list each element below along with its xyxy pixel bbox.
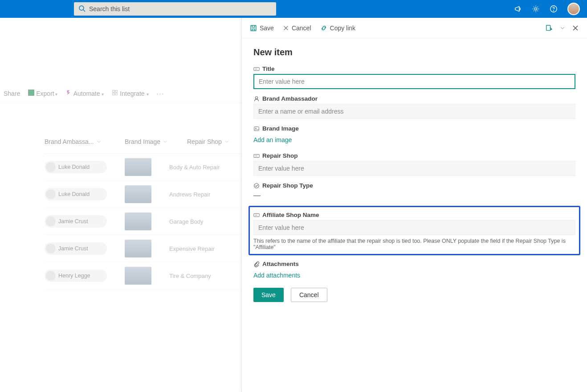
image-thumb: [125, 212, 151, 230]
col-shop[interactable]: Repair Shop: [187, 138, 241, 145]
person-pill: Luke Donald: [45, 161, 107, 173]
text-field-icon: [253, 212, 260, 218]
repair-shop-cell: Andrews Repair: [169, 191, 223, 198]
table-row[interactable]: Luke DonaldBody & Auto Repair: [45, 154, 241, 181]
image-thumb: [125, 185, 151, 203]
table-row[interactable]: Luke DonaldAndrews Repair: [45, 181, 241, 208]
text-field-icon: [253, 153, 260, 159]
image-thumb: [125, 158, 151, 176]
table-row[interactable]: Jamie CrustGarage Body: [45, 208, 241, 235]
excel-icon: [28, 90, 34, 96]
search-input[interactable]: [74, 2, 276, 16]
image-thumb: [125, 267, 151, 285]
form-buttons: Save Cancel: [253, 288, 575, 302]
more-button[interactable]: ···: [157, 90, 165, 97]
person-pill: Luke Donald: [45, 188, 107, 200]
field-shop-type: Repair Shop Type —: [253, 182, 575, 200]
new-item-panel: Save Cancel Copy link New item Title Bra…: [241, 18, 587, 392]
chevron-down-icon[interactable]: [559, 25, 566, 31]
field-title: Title: [253, 65, 575, 89]
save-icon: [250, 24, 257, 32]
svg-rect-6: [115, 90, 117, 92]
close-icon: [283, 25, 289, 31]
list-view: Brand Ambassa... Brand Image Repair Shop…: [45, 138, 241, 290]
close-icon[interactable]: [572, 24, 579, 32]
svg-point-22: [254, 183, 259, 188]
gear-icon[interactable]: [532, 5, 540, 13]
svg-rect-9: [251, 25, 256, 31]
person-icon: [253, 96, 260, 102]
col-image[interactable]: Brand Image: [125, 138, 169, 145]
megaphone-icon[interactable]: [514, 5, 522, 13]
panel-save-button[interactable]: Save: [250, 24, 274, 32]
field-ambassador: Brand Ambassador: [253, 95, 575, 119]
chevron-down-icon: [162, 139, 168, 145]
image-icon: [253, 126, 260, 132]
search-icon: [78, 5, 86, 12]
svg-rect-5: [113, 90, 114, 92]
add-attachments-link[interactable]: Add attachments: [253, 269, 575, 282]
person-pill: Jamie Crust: [45, 215, 107, 228]
panel-cancel-button[interactable]: Cancel: [283, 24, 311, 32]
choice-icon: [253, 183, 260, 189]
save-button[interactable]: Save: [253, 288, 284, 302]
person-pill: Henry Legge: [45, 270, 107, 282]
repair-shop-cell: Body & Auto Repair: [169, 164, 223, 171]
list-headers: Brand Ambassa... Brand Image Repair Shop: [45, 138, 241, 154]
chevron-down-icon: [224, 139, 230, 145]
attachment-icon: [253, 261, 260, 267]
svg-point-4: [554, 11, 554, 11]
repair-shop-cell: Garage Body: [169, 218, 223, 225]
export-button[interactable]: Export: [28, 90, 57, 97]
add-image-link[interactable]: Add an image: [253, 134, 575, 146]
automate-button[interactable]: Automate: [66, 90, 104, 97]
share-button[interactable]: Share: [4, 90, 20, 97]
affiliate-input[interactable]: [253, 220, 575, 235]
search-wrapper: [74, 2, 276, 16]
form-edit-icon[interactable]: [545, 24, 553, 32]
grid-icon: [112, 90, 118, 96]
table-row[interactable]: Jamie CrustExpensive Repair: [45, 235, 241, 262]
text-field-icon: [253, 66, 260, 72]
flow-icon: [66, 90, 72, 96]
panel-body: New item Title Brand Ambassador Brand Im…: [242, 38, 587, 311]
svg-rect-7: [113, 93, 114, 95]
affiliate-help-text: This refers to the name of the affiliate…: [253, 238, 575, 250]
user-avatar[interactable]: [567, 3, 580, 15]
svg-line-1: [83, 10, 85, 12]
repair-shop-input[interactable]: [253, 161, 575, 176]
image-thumb: [125, 240, 151, 257]
svg-point-17: [255, 96, 257, 98]
integrate-button[interactable]: Integrate: [112, 90, 148, 97]
panel-command-bar: Save Cancel Copy link: [242, 18, 587, 38]
svg-rect-8: [115, 93, 117, 95]
svg-point-2: [534, 8, 537, 10]
repair-shop-cell: Expensive Repair: [169, 245, 223, 252]
ambassador-input[interactable]: [253, 104, 575, 119]
field-brand-image: Brand Image Add an image: [253, 125, 575, 146]
svg-rect-12: [546, 25, 550, 30]
svg-point-0: [79, 6, 84, 10]
col-ambassador[interactable]: Brand Ambassa...: [45, 138, 107, 145]
help-icon[interactable]: [550, 5, 558, 13]
panel-title: New item: [253, 47, 575, 57]
link-icon: [320, 24, 327, 32]
repair-shop-cell: Tire & Company: [169, 273, 223, 279]
cancel-button[interactable]: Cancel: [291, 288, 327, 302]
field-repair-shop: Repair Shop: [253, 152, 575, 176]
chevron-down-icon: [96, 139, 102, 145]
header-actions: [514, 3, 580, 15]
person-pill: Jamie Crust: [45, 242, 107, 255]
field-affiliate: Affiliate Shop Name This refers to the n…: [253, 212, 575, 250]
shop-type-value[interactable]: —: [253, 191, 575, 200]
field-attachments: Attachments Add attachments: [253, 261, 575, 282]
copy-link-button[interactable]: Copy link: [320, 24, 356, 32]
title-input[interactable]: [253, 74, 575, 89]
affiliate-highlight: Affiliate Shop Name This refers to the n…: [249, 206, 580, 255]
suite-header: [0, 0, 587, 18]
table-row[interactable]: Henry LeggeTire & Company: [45, 262, 241, 290]
